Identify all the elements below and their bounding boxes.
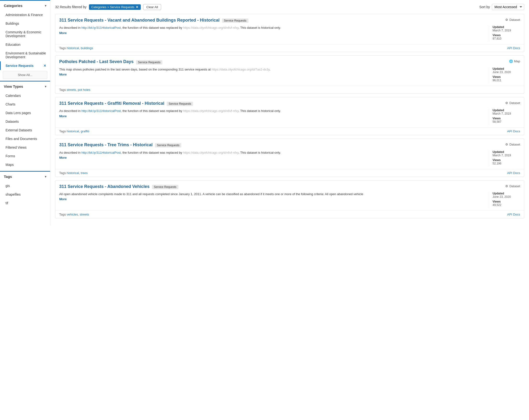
filter-tag-close-icon[interactable]: ✕ <box>136 5 138 9</box>
card-description: This map shows potholes patched in the l… <box>59 67 485 83</box>
sidebar-item-category[interactable]: Buildings <box>0 19 50 28</box>
sidebar-item-tag[interactable]: gis <box>0 182 50 190</box>
card-meta: UpdatedMarch 7, 2019Views58,587 <box>489 109 520 125</box>
tag-link[interactable]: streets <box>79 213 89 216</box>
sidebar-item-view-type[interactable]: Datasets <box>0 117 50 126</box>
card-meta: UpdatedMarch 7, 2019Views52,196 <box>489 150 520 167</box>
sidebar-item-view-type[interactable]: Data Lens pages <box>0 109 50 117</box>
more-link[interactable]: More <box>59 197 485 202</box>
more-link[interactable]: More <box>59 72 485 77</box>
tags-section-header[interactable]: Tags ▾ <box>0 171 50 182</box>
remove-filter-icon[interactable]: ✕ <box>43 64 46 68</box>
dataset-icon: ⚙ <box>505 143 508 146</box>
tags-label: Tags <box>59 88 67 92</box>
description-link-2[interactable]: https://data.cityofchicago.org/d/v6vf-nf… <box>183 26 238 29</box>
sidebar-item-view-type[interactable]: Forms <box>0 152 50 160</box>
card-header: Potholes Patched - Last Seven DaysServic… <box>55 56 524 67</box>
sidebar-item-view-type[interactable]: Calendars <box>0 91 50 100</box>
description-link-1[interactable]: http://bit.ly/311HistoricalPost <box>81 26 121 29</box>
updated-label: Updated <box>492 26 520 29</box>
card-meta: UpdatedJune 23, 2020Views49,522 <box>489 192 520 208</box>
api-docs-link[interactable]: API Docs <box>507 46 520 50</box>
sidebar-item-view-type[interactable]: Maps <box>0 160 50 169</box>
more-link[interactable]: More <box>59 31 485 36</box>
views-value: 96,011 <box>492 79 520 82</box>
more-link[interactable]: More <box>59 155 485 160</box>
tag-link[interactable]: historical <box>67 46 79 50</box>
card-body: All open abandoned vehicle complaints ma… <box>55 192 524 210</box>
sidebar-item-category[interactable]: Administration & Finance <box>0 11 50 19</box>
card-title[interactable]: Potholes Patched - Last Seven Days <box>59 59 133 64</box>
sidebar-item-view-type[interactable]: External Datasets <box>0 126 50 134</box>
tag-link[interactable]: historical <box>67 130 79 133</box>
result-card: 311 Service Requests - Tree Trims - Hist… <box>55 139 524 177</box>
tag-link[interactable]: trees <box>81 171 88 175</box>
filter-tag[interactable]: Categories > Service Requests ✕ <box>89 4 141 10</box>
card-header: 311 Service Requests - Tree Trims - Hist… <box>55 139 524 150</box>
card-type-label: Map <box>514 59 520 63</box>
card-footer: Tags vehicles, streetsAPI Docs <box>55 210 524 218</box>
description-link-1[interactable]: http://bit.ly/311HistoricalPost <box>81 109 121 113</box>
api-docs-link[interactable]: API Docs <box>507 213 520 216</box>
view-types-section-header[interactable]: View Types ▾ <box>0 81 50 91</box>
tag-link[interactable]: historical <box>67 171 79 175</box>
card-title-area: 311 Service Requests - Vacant and Abando… <box>59 17 502 23</box>
card-category-badge: Service Requests <box>167 102 193 106</box>
card-type-label: Dataset <box>509 143 520 146</box>
api-docs-link[interactable]: API Docs <box>507 130 520 133</box>
dataset-icon: ⚙ <box>505 184 508 188</box>
tag-link[interactable]: vehicles <box>67 213 78 216</box>
tag-link[interactable]: buildings <box>81 46 93 50</box>
more-link[interactable]: More <box>59 114 485 119</box>
card-category-badge: Service Requests <box>155 143 181 147</box>
updated-value: March 7, 2019 <box>492 154 520 157</box>
card-type: ⚙Dataset <box>505 101 520 105</box>
views-label: Views <box>492 200 520 203</box>
card-title[interactable]: 311 Service Requests - Graffiti Removal … <box>59 101 164 106</box>
card-description: All open abandoned vehicle complaints ma… <box>59 192 485 208</box>
sidebar-item-category[interactable]: Environment & Sustainable Development <box>0 49 50 61</box>
card-title[interactable]: 311 Service Requests - Vacant and Abando… <box>59 18 220 23</box>
sidebar-item-tag[interactable]: tif <box>0 199 50 207</box>
sidebar-item-label: shapefiles <box>5 193 21 196</box>
views-value: 97,810 <box>492 37 520 40</box>
sidebar-item-label: Maps <box>5 163 14 167</box>
updated-value: June 23, 2020 <box>492 70 520 74</box>
clear-all-button[interactable]: Clear All <box>143 4 161 10</box>
sidebar-item-view-type[interactable]: Charts <box>0 100 50 109</box>
sidebar-item-view-type[interactable]: Files and Documents <box>0 134 50 143</box>
description-link-1[interactable]: http://bit.ly/311HistoricalPost <box>81 151 121 154</box>
description-link-2[interactable]: https://data.cityofchicago.org/d/v6vf-nf… <box>183 151 238 154</box>
sidebar-item-category[interactable]: Service Requests✕ <box>0 61 50 70</box>
tag-link[interactable]: pot holes <box>78 88 90 92</box>
updated-value: March 7, 2019 <box>492 112 520 115</box>
view-types-chevron-icon: ▾ <box>45 85 46 88</box>
card-footer: Tags historical, buildingsAPI Docs <box>55 44 524 52</box>
card-title[interactable]: 311 Service Requests - Tree Trims - Hist… <box>59 142 153 147</box>
views-label: Views <box>492 117 520 120</box>
card-title[interactable]: 311 Service Requests - Abandoned Vehicle… <box>59 184 150 189</box>
show-all-categories[interactable]: Show All... <box>3 71 47 79</box>
sidebar-item-label: Service Requests <box>5 64 34 68</box>
result-card: 311 Service Requests - Graffiti Removal … <box>55 97 524 135</box>
sidebar-item-label: Education <box>5 43 20 47</box>
tag-link[interactable]: graffiti <box>81 130 89 133</box>
description-link-2[interactable]: https://data.cityofchicago.org/id/7as2-d… <box>212 68 270 71</box>
sidebar-item-label: Data Lens pages <box>5 111 31 115</box>
sidebar-item-category[interactable]: Community & Economic Development <box>0 28 50 40</box>
description-link-2[interactable]: https://data.cityofchicago.org/d/v6vf-nf… <box>183 109 238 113</box>
sidebar-item-tag[interactable]: shapefiles <box>0 190 50 199</box>
tag-link[interactable]: streets <box>67 88 76 92</box>
updated-value: June 23, 2020 <box>492 195 520 198</box>
categories-section-header[interactable]: Categories ▾ <box>0 0 50 11</box>
sidebar-item-category[interactable]: Education <box>0 40 50 49</box>
api-docs-link[interactable]: API Docs <box>507 171 520 175</box>
updated-label: Updated <box>492 67 520 70</box>
card-body: This map shows potholes patched in the l… <box>55 67 524 86</box>
card-footer: Tags historical, graffitiAPI Docs <box>55 127 524 135</box>
result-card: Potholes Patched - Last Seven DaysServic… <box>55 55 524 93</box>
card-tags: Tags historical, graffiti <box>59 130 89 133</box>
tags-list: gisshapefilestif <box>0 182 50 207</box>
sidebar-item-view-type[interactable]: Filtered Views <box>0 143 50 152</box>
sort-select[interactable]: Most AccessedNewestOldestA-ZZ-A <box>492 4 524 10</box>
